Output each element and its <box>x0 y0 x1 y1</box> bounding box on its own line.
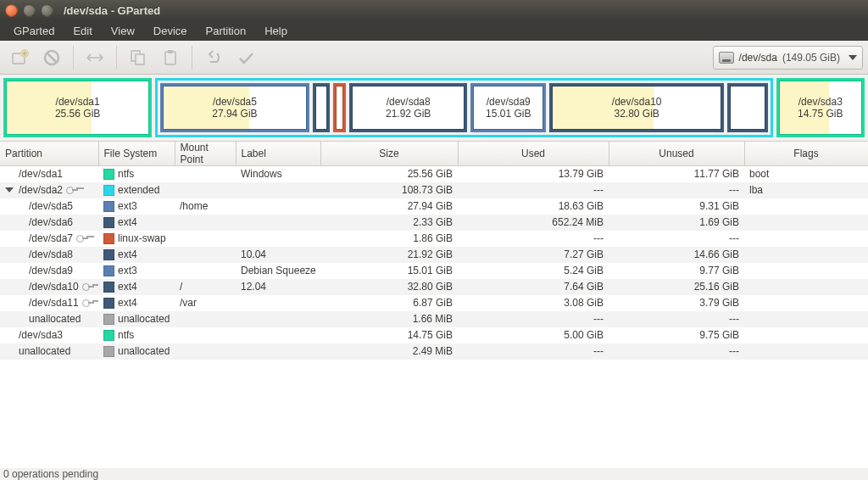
partition-size: 1.86 GiB <box>320 231 458 247</box>
tool-undo[interactable] <box>199 44 228 71</box>
diskmap-partition[interactable] <box>727 83 767 132</box>
col-mountpoint[interactable]: Mount Point <box>175 142 236 166</box>
diskmap-partition-size: 21.92 GiB <box>386 108 431 120</box>
mount-point <box>175 343 236 360</box>
table-row[interactable]: /dev/sda6ext42.33 GiB652.24 MiB1.69 GiB <box>0 215 868 231</box>
expand-collapse-icon[interactable] <box>5 187 14 193</box>
table-row[interactable]: /dev/sda9ext3Debian Squeeze15.01 GiB5.24… <box>0 263 868 279</box>
diskmap-partition[interactable]: /dev/sda821.92 GiB <box>349 83 467 132</box>
partition-used: 7.27 GiB <box>458 247 609 263</box>
filesystem-name: unallocated <box>118 313 170 325</box>
table-row[interactable]: /dev/sda7linux-swap1.86 GiB------ <box>0 231 868 247</box>
diskmap-partition[interactable]: /dev/sda527.94 GiB <box>160 83 309 132</box>
menu-partition[interactable]: Partition <box>198 22 255 40</box>
partition-unused: --- <box>609 311 744 327</box>
col-unused[interactable]: Unused <box>609 142 744 166</box>
partition-flags <box>744 279 868 295</box>
copy-icon <box>129 48 147 67</box>
table-row[interactable]: /dev/sda1ntfsWindows25.56 GiB13.79 GiB11… <box>0 166 868 182</box>
partition-flags <box>744 295 868 311</box>
table-row[interactable]: unallocatedunallocated1.66 MiB------ <box>0 311 868 327</box>
partition-label: Debian Squeeze <box>236 263 320 279</box>
partition-size: 6.87 GiB <box>320 295 458 311</box>
tool-new-partition[interactable] <box>5 44 34 71</box>
undo-icon <box>204 48 223 67</box>
partition-name: /dev/sda1 <box>19 168 63 180</box>
table-row[interactable]: /dev/sda11ext4/var6.87 GiB3.08 GiB3.79 G… <box>0 295 868 311</box>
diskmap-partition[interactable]: /dev/sda1032.80 GiB <box>549 83 724 132</box>
filesystem-color-swatch <box>103 169 114 180</box>
diskmap-partition[interactable] <box>313 83 330 132</box>
diskmap-partition[interactable]: /dev/sda125.56 GiB <box>3 78 152 137</box>
lock-key-icon <box>76 233 88 243</box>
table-row[interactable]: unallocatedunallocated2.49 MiB------ <box>0 343 868 360</box>
table-row[interactable]: /dev/sda10ext4/12.0432.80 GiB7.64 GiB25.… <box>0 279 868 295</box>
partition-name: unallocated <box>19 345 70 357</box>
partition-table-wrapper: Partition File System Mount Point Label … <box>0 141 868 468</box>
svg-rect-6 <box>165 52 175 64</box>
col-partition[interactable]: Partition <box>0 142 98 166</box>
menu-gparted[interactable]: GParted <box>5 22 63 40</box>
device-selector[interactable]: /dev/sda (149.05 GiB) <box>713 46 863 70</box>
partition-used: --- <box>458 182 609 198</box>
diskmap-partition-name: /dev/sda8 <box>387 96 431 108</box>
partition-label <box>236 182 320 198</box>
diskmap-partition[interactable]: /dev/sda314.75 GiB <box>776 78 865 137</box>
partition-used: --- <box>458 311 609 327</box>
table-row[interactable]: /dev/sda3ntfs14.75 GiB5.00 GiB9.75 GiB <box>0 327 868 343</box>
menu-edit[interactable]: Edit <box>64 22 100 40</box>
partition-size: 2.33 GiB <box>320 215 458 231</box>
table-row[interactable]: /dev/sda8ext410.0421.92 GiB7.27 GiB14.66… <box>0 247 868 263</box>
partition-name: /dev/sda3 <box>19 329 63 341</box>
col-filesystem[interactable]: File System <box>98 142 175 166</box>
partition-label <box>236 215 320 231</box>
mount-point: / <box>175 279 236 295</box>
mount-point <box>175 231 236 247</box>
table-row[interactable]: /dev/sda2extended108.73 GiB------lba <box>0 182 868 198</box>
diskmap-partition[interactable]: /dev/sda527.94 GiB/dev/sda821.92 GiB/dev… <box>155 78 772 137</box>
partition-used: 5.00 GiB <box>458 327 609 343</box>
mount-point <box>175 263 236 279</box>
table-header-row: Partition File System Mount Point Label … <box>0 142 868 166</box>
partition-used: --- <box>458 231 609 247</box>
diskmap-partition[interactable] <box>333 83 346 132</box>
partition-unused: 3.79 GiB <box>609 295 744 311</box>
diskmap-partition-size: 15.01 GiB <box>486 108 531 120</box>
partition-label <box>236 231 320 247</box>
paste-icon <box>161 48 180 67</box>
tool-paste[interactable] <box>156 44 185 71</box>
dropdown-arrow-icon <box>849 55 857 60</box>
statusbar-text: 0 operations pending <box>3 468 98 480</box>
partition-flags <box>744 231 868 247</box>
apply-icon <box>236 48 255 67</box>
partition-used: 18.63 GiB <box>458 198 609 215</box>
filesystem-name: ext4 <box>118 281 137 293</box>
partition-name: unallocated <box>29 313 81 325</box>
filesystem-color-swatch <box>103 233 114 244</box>
partition-name: /dev/sda5 <box>29 200 73 212</box>
window-minimize-button[interactable] <box>23 4 36 17</box>
window-close-button[interactable] <box>5 4 18 17</box>
partition-flags <box>744 311 868 327</box>
window-maximize-button[interactable] <box>41 4 53 17</box>
table-row[interactable]: /dev/sda5ext3/home27.94 GiB18.63 GiB9.31… <box>0 198 868 215</box>
diskmap-partition[interactable]: /dev/sda915.01 GiB <box>470 83 546 132</box>
col-label[interactable]: Label <box>236 142 320 166</box>
toolbar-separator <box>116 46 117 70</box>
filesystem-color-swatch <box>103 314 114 325</box>
tool-copy[interactable] <box>124 44 153 71</box>
menu-device[interactable]: Device <box>145 22 196 40</box>
col-used[interactable]: Used <box>458 142 609 166</box>
col-size[interactable]: Size <box>320 142 458 166</box>
tool-delete[interactable] <box>37 44 66 71</box>
filesystem-name: ext4 <box>118 297 137 309</box>
partition-size: 25.56 GiB <box>320 166 458 182</box>
menu-help[interactable]: Help <box>256 22 296 40</box>
partition-unused: --- <box>609 231 744 247</box>
col-flags[interactable]: Flags <box>744 142 868 166</box>
tool-apply[interactable] <box>231 44 260 71</box>
partition-flags <box>744 198 868 215</box>
diskmap-partition-name: /dev/sda3 <box>798 96 843 108</box>
tool-resize-move[interactable] <box>81 44 109 71</box>
menu-view[interactable]: View <box>103 22 143 40</box>
